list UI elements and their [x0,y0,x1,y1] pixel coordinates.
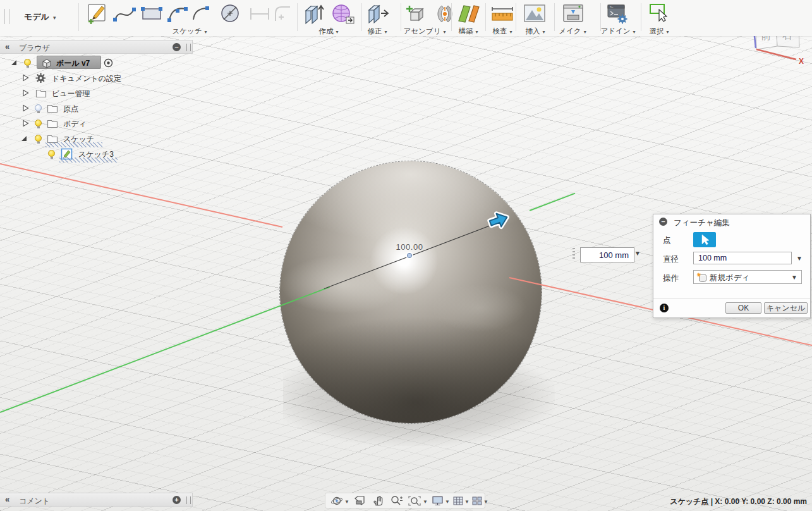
collapsed-arrow-icon[interactable] [21,120,29,127]
collapse-comments-icon[interactable]: « [5,495,9,504]
tree-row-sketches[interactable]: スケッチ [0,132,190,147]
browser-minus-icon[interactable]: – [173,43,181,51]
grid-settings-icon[interactable] [452,495,464,507]
extrude-icon[interactable] [302,2,326,26]
sketch-dimension-icon[interactable] [248,2,272,26]
comments-resize-grip[interactable] [186,496,191,504]
ok-button[interactable]: OK [725,302,761,314]
floating-dimension-input-group: ▼ [571,247,645,262]
operation-value: 新規ボディ [710,273,749,283]
tree-row-sketch3[interactable]: スケッチ3 [0,147,190,162]
visibility-bulb-icon[interactable] [48,150,55,157]
fillet-icon[interactable] [273,2,292,26]
create-sketch-icon[interactable] [85,2,108,26]
scripts-addins-icon[interactable]: >- [605,2,629,26]
group-label-make[interactable]: メイク [554,27,591,35]
form-icon[interactable] [330,2,356,26]
operation-select[interactable]: 新規ボディ ▼ [693,270,802,284]
new-component-icon[interactable] [404,2,431,26]
svg-text:>-: >- [610,6,614,9]
collapsed-arrow-icon[interactable] [21,89,29,97]
arc-icon[interactable] [166,2,189,26]
group-label-addins[interactable]: アドイン [597,27,639,35]
group-label-modify[interactable]: 修正 [358,27,397,35]
info-icon[interactable]: i [660,304,669,312]
add-comment-icon[interactable]: + [173,496,181,504]
tree-item-label: ボディ [63,119,87,130]
measure-icon[interactable] [489,2,516,26]
display-dropdown-icon[interactable]: ▼ [445,499,450,505]
y-axis-line-right [530,193,576,211]
tree-item-label: 原点 [63,104,78,114]
tangent-arc-icon[interactable] [191,2,211,26]
comments-title: コメント [19,496,50,507]
group-label-insert[interactable]: 挿入 [516,27,555,35]
collapsed-arrow-icon[interactable] [21,74,29,82]
dialog-header[interactable]: – フィーチャ編集 [653,214,810,228]
group-label-sketch[interactable]: スケッチ [163,27,216,35]
group-label-assemble[interactable]: アセンブリ [397,27,452,35]
toolbar-drag-handle[interactable] [4,9,9,24]
grid-dropdown-icon[interactable]: ▼ [464,499,470,505]
folder-icon [47,104,58,113]
workspace-switcher[interactable]: モデル [24,11,71,23]
spline-icon[interactable] [112,2,137,26]
rectangle-icon[interactable] [140,2,164,26]
diameter-input[interactable] [693,252,792,264]
expanded-arrow-icon[interactable] [10,59,18,66]
operation-dropdown-icon: ▼ [791,274,797,281]
cancel-button[interactable]: キャンセル [764,302,808,314]
tree-row-document-settings[interactable]: ドキュメントの設定 [0,71,190,86]
group-label-select[interactable]: 選択 [641,27,677,35]
visibility-bulb-icon[interactable] [24,59,31,66]
expanded-arrow-icon[interactable] [20,135,28,142]
browser-resize-grip[interactable] [186,44,191,51]
collapse-panel-icon[interactable]: « [5,42,9,51]
tree-row-origin[interactable]: 原点 [0,101,190,116]
tree-item-label: ビュー管理 [52,89,90,99]
display-settings-icon[interactable] [432,495,444,507]
input-drag-handle[interactable] [573,248,575,261]
diameter-dropdown-icon[interactable]: ▼ [796,255,803,262]
point-field-row: 点 [653,232,810,249]
group-label-construct[interactable]: 構築 [450,27,487,35]
look-at-icon[interactable] [353,495,366,507]
viewports-icon[interactable] [471,495,483,507]
y-axis-line-left [0,286,330,413]
3d-print-icon[interactable] [560,2,586,26]
tree-row-bodies[interactable]: ボディ [0,116,190,132]
diameter-quick-input[interactable] [580,247,634,262]
pan-icon[interactable] [372,495,385,507]
dimension-value-label[interactable]: 100.00 [392,242,427,252]
joint-icon[interactable] [433,2,456,26]
visibility-bulb-off-icon[interactable] [35,104,42,111]
circle-icon[interactable] [218,2,243,26]
group-label-create[interactable]: 作成 [308,27,349,35]
construction-plane-icon[interactable] [455,2,483,26]
visibility-bulb-icon[interactable] [35,120,42,126]
press-pull-icon[interactable] [365,2,391,26]
dialog-footer: i OK キャンセル [653,298,810,317]
fit-icon[interactable] [408,495,421,507]
x-axis-line-left [0,163,282,227]
new-body-icon [696,272,708,283]
select-icon[interactable] [647,2,671,26]
viewports-dropdown-icon[interactable]: ▼ [483,499,488,505]
diameter-field-label: 直径 [663,254,679,265]
collapsed-arrow-icon[interactable] [21,104,29,112]
browser-header: « ブラウザ – [0,40,193,54]
visibility-bulb-icon[interactable] [35,135,42,142]
orbit-icon[interactable] [330,495,343,507]
tree-row-root[interactable]: ボール v7 [0,56,190,71]
dialog-minus-icon[interactable]: – [659,218,667,226]
sketch-center-point[interactable] [407,253,412,258]
root-component-selected[interactable]: ボール v7 [37,56,101,69]
tree-row-named-views[interactable]: ビュー管理 [0,86,190,101]
revision-target-icon[interactable] [104,58,113,68]
orbit-dropdown-icon[interactable]: ▼ [344,499,349,505]
input-dropdown-icon[interactable]: ▼ [634,250,641,257]
fit-dropdown-icon[interactable]: ▼ [423,499,428,505]
point-select-button[interactable] [693,232,716,247]
zoom-icon[interactable] [390,495,404,507]
insert-image-icon[interactable] [522,2,547,26]
